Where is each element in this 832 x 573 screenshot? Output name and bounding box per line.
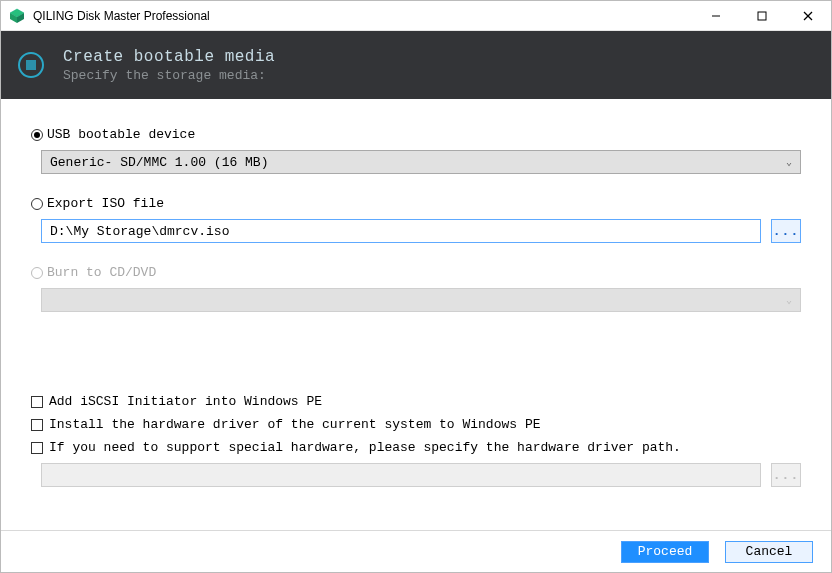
- proceed-button[interactable]: Proceed: [621, 541, 709, 563]
- minimize-button[interactable]: [693, 1, 739, 30]
- svg-rect-8: [26, 60, 36, 70]
- driver-path-browse-button: ...: [771, 463, 801, 487]
- window-title: QILING Disk Master Professional: [33, 9, 693, 23]
- page-subtitle: Specify the storage media:: [63, 68, 275, 83]
- radio-iso-label[interactable]: Export ISO file: [47, 196, 164, 211]
- checkbox-iscsi-label[interactable]: Add iSCSI Initiator into Windows PE: [49, 394, 322, 409]
- checkbox-driver-current-label[interactable]: Install the hardware driver of the curre…: [49, 417, 540, 432]
- header: Create bootable media Specify the storag…: [1, 31, 831, 99]
- page-title: Create bootable media: [63, 48, 275, 66]
- usb-device-value: Generic- SD/MMC 1.00 (16 MB): [50, 155, 268, 170]
- radio-cddvd: [31, 267, 43, 279]
- radio-usb[interactable]: [31, 129, 43, 141]
- checkbox-driver-current[interactable]: [31, 419, 43, 431]
- checkbox-iscsi[interactable]: [31, 396, 43, 408]
- app-icon: [9, 8, 25, 24]
- content: USB bootable device Generic- SD/MMC 1.00…: [1, 99, 831, 487]
- chevron-down-icon: ⌄: [786, 294, 792, 306]
- cddvd-device-select: ⌄: [41, 288, 801, 312]
- radio-cddvd-label: Burn to CD/DVD: [47, 265, 156, 280]
- maximize-button[interactable]: [739, 1, 785, 30]
- window-controls: [693, 1, 831, 30]
- brand-icon: [15, 49, 47, 81]
- radio-usb-label[interactable]: USB bootable device: [47, 127, 195, 142]
- titlebar: QILING Disk Master Professional: [1, 1, 831, 31]
- radio-iso[interactable]: [31, 198, 43, 210]
- iso-path-input[interactable]: D:\My Storage\dmrcv.iso: [41, 219, 761, 243]
- cancel-button[interactable]: Cancel: [725, 541, 813, 563]
- iso-path-value: D:\My Storage\dmrcv.iso: [50, 224, 229, 239]
- close-button[interactable]: [785, 1, 831, 30]
- checkbox-driver-special[interactable]: [31, 442, 43, 454]
- svg-rect-4: [758, 12, 766, 20]
- footer: Proceed Cancel: [1, 530, 831, 572]
- iso-browse-button[interactable]: ...: [771, 219, 801, 243]
- driver-path-input: [41, 463, 761, 487]
- checkbox-driver-special-label[interactable]: If you need to support special hardware,…: [49, 440, 681, 455]
- usb-device-select[interactable]: Generic- SD/MMC 1.00 (16 MB) ⌄: [41, 150, 801, 174]
- chevron-down-icon: ⌄: [786, 156, 792, 168]
